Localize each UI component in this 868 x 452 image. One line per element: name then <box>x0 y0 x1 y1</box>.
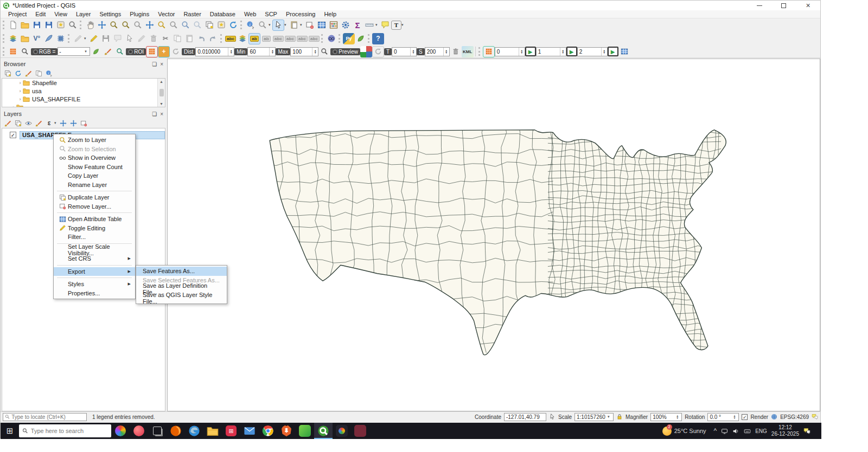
undo-roi-button[interactable] <box>170 46 182 57</box>
menu-web[interactable]: Web <box>240 11 260 17</box>
toolbar-handle[interactable] <box>80 21 82 29</box>
remove-layer-group-button[interactable] <box>79 119 89 128</box>
toolbar-handle[interactable] <box>478 47 481 56</box>
taskbar-search-input[interactable] <box>31 428 108 434</box>
highlight-pinned-labels-button[interactable]: ab <box>260 33 272 44</box>
refresh-map-button[interactable] <box>227 20 239 31</box>
edge-icon[interactable] <box>185 423 203 439</box>
rgb-combo[interactable]: -▾ <box>58 47 90 56</box>
browser-add-layer-button[interactable] <box>3 69 13 78</box>
menu-item-rename-layer[interactable]: Rename Layer <box>54 180 135 190</box>
redo-button[interactable] <box>207 33 219 44</box>
new-geopackage-layer-button[interactable] <box>43 33 55 44</box>
new-bookmark-button[interactable] <box>203 20 215 31</box>
undo-button[interactable] <box>195 33 207 44</box>
pan-map-button[interactable] <box>84 20 96 31</box>
minimize-button[interactable] <box>747 1 771 10</box>
zoom-full-extent-button[interactable] <box>144 20 156 31</box>
menu-view[interactable]: View <box>50 11 72 17</box>
zoom-next-button[interactable] <box>192 20 203 31</box>
menu-item-zoom-to-layer[interactable]: Zoom to Layer <box>54 135 135 145</box>
start-button[interactable]: ⊞ <box>1 423 19 439</box>
layers-close-button[interactable]: × <box>160 111 163 117</box>
remove-preview-button[interactable] <box>450 46 462 57</box>
browser-float-button[interactable]: ❏ <box>152 61 157 67</box>
scp-rgb-magnifier-button[interactable] <box>19 46 31 57</box>
delete-selected-button[interactable] <box>148 33 159 44</box>
plugin-leaf-button[interactable] <box>355 33 367 44</box>
save-project-button[interactable] <box>31 20 43 31</box>
menu-item-show-in-overview[interactable]: Show in Overview <box>54 153 135 163</box>
language-indicator[interactable]: ENG <box>755 428 767 434</box>
browser-collapse-all-button[interactable] <box>34 69 44 78</box>
pin-labels-button[interactable]: ab <box>248 33 260 44</box>
chrome-icon[interactable] <box>259 423 277 439</box>
menu-item-properties[interactable]: Properties... <box>54 289 135 298</box>
menu-item-remove-layer[interactable]: Remove Layer... <box>54 202 135 211</box>
show-hidden-labels-button[interactable]: abc <box>272 33 284 44</box>
toolbar-handle[interactable] <box>240 21 243 29</box>
change-label-button[interactable]: abc <box>308 33 320 44</box>
new-print-layout-button[interactable] <box>55 20 67 31</box>
toolbar-handle[interactable] <box>339 34 341 43</box>
clock[interactable]: 12:12 26-12-2025 <box>771 424 799 437</box>
text-annotation-button[interactable]: T <box>391 21 401 30</box>
add-group-button[interactable] <box>13 119 23 128</box>
rotate-label-button[interactable]: abc <box>296 33 308 44</box>
show-bookmarks-button[interactable] <box>215 20 227 31</box>
identify-features-button[interactable] <box>245 20 257 31</box>
toolbar-handle[interactable] <box>220 34 223 43</box>
preview-refresh-button[interactable] <box>372 46 384 57</box>
zoom-out-button[interactable] <box>120 20 132 31</box>
measure-dropdown[interactable]: ▾ <box>375 23 379 27</box>
zoom-to-selection-button[interactable] <box>156 20 168 31</box>
collapse-all-button[interactable] <box>68 119 79 128</box>
menu-item-export[interactable]: Export▶ <box>54 267 135 276</box>
toolbar-handle[interactable] <box>68 34 71 43</box>
processing-toolbox-button[interactable] <box>340 20 352 31</box>
statistics-panel-button[interactable]: Σ <box>352 20 363 31</box>
touch-keyboard-icon[interactable] <box>744 428 751 435</box>
layout-manager-button[interactable] <box>67 20 79 31</box>
app-icon-dark[interactable] <box>333 423 351 439</box>
layers-float-button[interactable]: ❏ <box>152 111 157 117</box>
pan-to-selection-button[interactable] <box>96 20 108 31</box>
menu-layer[interactable]: Layer <box>72 11 95 17</box>
data-source-manager-button[interactable] <box>7 33 19 44</box>
modify-attributes-button[interactable] <box>136 33 148 44</box>
manage-map-themes-button[interactable] <box>23 119 34 128</box>
select-features-button[interactable] <box>272 20 284 31</box>
expand-all-button[interactable] <box>58 119 68 128</box>
s-spinbox[interactable]: 200▲▼ <box>425 47 450 56</box>
store-icon[interactable]: ⊞ <box>222 423 240 439</box>
weather-widget[interactable]: 2 25°C Sunny <box>659 427 710 436</box>
band3-spinbox[interactable]: 2▲▼ <box>577 47 608 56</box>
extents-icon[interactable] <box>549 414 556 420</box>
menu-item-copy-layer[interactable]: Copy Layer <box>54 171 135 180</box>
menu-project[interactable]: Project <box>4 11 31 17</box>
field-calculator-button[interactable] <box>328 20 340 31</box>
menu-item-styles[interactable]: Styles▶ <box>54 280 135 289</box>
save-project-as-button[interactable] <box>43 20 55 31</box>
app-icon-maroon[interactable] <box>351 423 369 439</box>
menu-item-duplicate-layer[interactable]: Duplicate Layer <box>54 193 135 202</box>
measure-button[interactable] <box>363 20 375 31</box>
menu-item-toggle-editing[interactable]: Toggle Editing <box>54 224 135 233</box>
menu-item-set-layer-scale-visibility[interactable]: Set Layer Scale Visibility... <box>54 246 135 255</box>
select-by-value-dropdown[interactable]: ▾ <box>300 23 304 27</box>
menu-help[interactable]: Help <box>320 11 341 17</box>
mail-icon[interactable] <box>240 423 259 439</box>
toolbar-handle[interactable] <box>3 34 5 43</box>
tablet-mode-icon[interactable] <box>721 428 728 435</box>
menu-edit[interactable]: Edit <box>31 11 50 17</box>
current-edits-button[interactable] <box>72 33 84 44</box>
menu-processing[interactable]: Processing <box>282 11 320 17</box>
menu-raster[interactable]: Raster <box>179 11 205 17</box>
locate-input[interactable] <box>11 414 85 420</box>
notification-center-icon[interactable] <box>803 428 810 435</box>
menu-item-filter[interactable]: Filter... <box>54 233 135 242</box>
select-by-value-button[interactable] <box>288 20 300 31</box>
toolbar-handle[interactable] <box>3 47 5 56</box>
firefox-icon[interactable] <box>167 423 185 439</box>
map-canvas[interactable] <box>167 59 820 411</box>
